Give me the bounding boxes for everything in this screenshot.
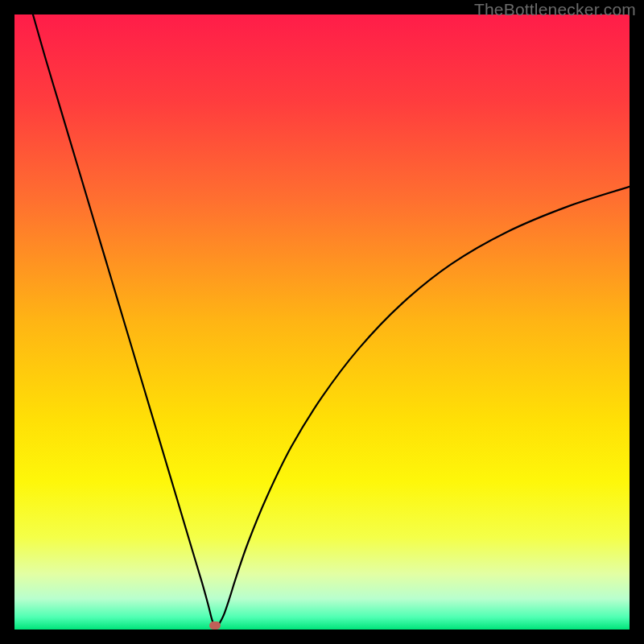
bottleneck-chart bbox=[14, 14, 630, 630]
gradient-background bbox=[14, 14, 630, 630]
optimum-marker bbox=[209, 621, 221, 630]
plot-frame bbox=[14, 14, 630, 630]
watermark-text: TheBottlenecker.com bbox=[474, 0, 636, 19]
